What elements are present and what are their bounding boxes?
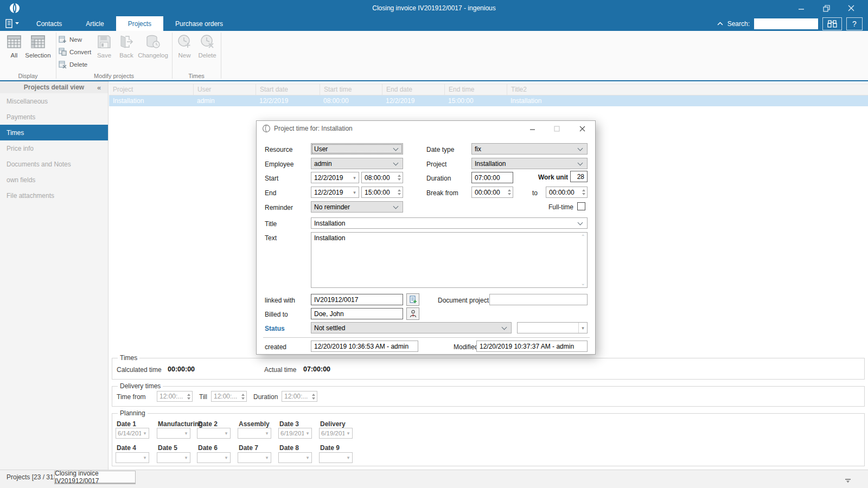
actual-time-label: Actual time	[264, 366, 296, 374]
grid-column-start-time[interactable]: Start time	[320, 84, 382, 95]
date9-picker[interactable]: ▾	[319, 452, 353, 463]
sidebar-item-payments[interactable]: Payments	[0, 109, 108, 125]
ribbon-collapse-chevron-icon[interactable]	[717, 22, 723, 25]
grid-cell-start-time: 08:00:00	[320, 95, 382, 106]
end-time-spinner[interactable]: 15:00:00	[361, 187, 403, 198]
work-unit-input[interactable]: 28	[570, 171, 588, 182]
end-label: End	[265, 189, 276, 197]
text-textarea[interactable]: Installation ⌃ ⌄	[311, 232, 588, 288]
grid-column-user[interactable]: User	[193, 84, 256, 95]
till-label: Till	[199, 393, 207, 401]
grid-cell-end-time: 15:00:00	[444, 95, 507, 106]
tab-closing-invoice[interactable]: Closing invoice IV201912/0017	[54, 471, 136, 484]
delivery-times-caption: Delivery times	[118, 382, 163, 390]
tab-projects[interactable]: Projects	[116, 16, 163, 31]
tab-article[interactable]: Article	[74, 16, 116, 31]
ribbon-delete-button[interactable]: Delete	[59, 59, 87, 69]
reminder-combobox[interactable]: No reminder	[311, 201, 403, 213]
ribbon-all-button[interactable]: All	[2, 34, 26, 69]
sidebar-item-miscellaneous[interactable]: Miscellaneous	[0, 93, 108, 109]
ribbon-save-button[interactable]: Save	[92, 34, 116, 69]
ribbon-times-new-button[interactable]: New	[174, 34, 195, 69]
date5-picker[interactable]: ▾	[157, 452, 190, 463]
select-document-button[interactable]	[406, 293, 419, 306]
ribbon-back-button[interactable]: Back	[114, 34, 138, 69]
manufacturing-picker[interactable]: ▾	[157, 428, 190, 439]
project-combobox[interactable]: Installation	[471, 158, 588, 169]
menu-bar: Contacts Article Projects Purchase order…	[0, 16, 868, 31]
sidebar-item-price-info[interactable]: Price info	[0, 140, 108, 156]
date7-label: Date 7	[239, 444, 258, 452]
linked-with-input[interactable]: IV201912/0017	[311, 294, 403, 305]
delivery-duration-spinner[interactable]: 12:00:...	[282, 391, 317, 402]
select-contact-button[interactable]	[406, 307, 419, 320]
dialog-minimize-button[interactable]	[524, 121, 541, 136]
duration-input[interactable]: 07:00:00	[471, 172, 513, 183]
title-bar: Closing invoice IV201912/0017 - ingeniou…	[0, 0, 868, 16]
grid-column-start-date[interactable]: Start date	[256, 84, 320, 95]
minimize-button[interactable]	[789, 0, 814, 16]
till-spinner[interactable]: 12:00:...	[211, 391, 247, 402]
grid-column-end-date[interactable]: End date	[382, 84, 444, 95]
sidebar-item-file-attachments[interactable]: File attachments	[0, 188, 108, 203]
ribbon-times-delete-button[interactable]: Delete	[195, 34, 220, 69]
tab-projects-list[interactable]: Projects [23 / 313]	[7, 473, 59, 481]
ribbon-group-caption-modify-projects: Modify projects	[56, 73, 172, 79]
employee-combobox[interactable]: admin	[311, 158, 403, 169]
restore-button[interactable]	[814, 0, 839, 16]
date7-picker[interactable]: ▾	[238, 452, 271, 463]
times-panel-caption: Times	[118, 354, 139, 362]
search-input[interactable]	[754, 18, 818, 29]
document-project-input[interactable]	[489, 294, 588, 305]
close-button[interactable]	[839, 0, 864, 16]
ribbon-selection-button[interactable]: Selection	[24, 34, 52, 69]
break-from-spinner[interactable]: 00:00:00	[471, 187, 513, 198]
sidebar-item-own-fields[interactable]: own fields	[0, 172, 108, 188]
dialog-title-bar[interactable]: Project time for: Installation	[257, 121, 595, 136]
date6-picker[interactable]: ▾	[197, 452, 231, 463]
break-to-spinner[interactable]: 00:00:00	[546, 187, 588, 198]
title-combobox[interactable]: Installation	[311, 217, 588, 229]
grid-row-selected[interactable]: Installation admin 12/2/2019 08:00:00 12…	[109, 95, 868, 106]
status-secondary-combobox[interactable]: ▾	[517, 322, 588, 333]
tab-purchase-orders[interactable]: Purchase orders	[163, 16, 235, 31]
start-date-picker[interactable]: 12/2/2019▾	[311, 172, 359, 183]
billed-to-input[interactable]: Doe, John	[311, 308, 403, 319]
application-menu-button[interactable]	[0, 16, 24, 31]
grid-column-title2[interactable]: Title2	[507, 84, 868, 95]
ribbon-convert-button[interactable]: Convert	[59, 47, 91, 57]
dropdown-arrow-icon: ▾	[350, 172, 359, 183]
break-from-label: Break from	[426, 189, 458, 197]
date4-picker[interactable]: ▾	[116, 452, 149, 463]
help-button[interactable]: ?	[846, 17, 863, 30]
grid-column-end-time[interactable]: End time	[444, 84, 507, 95]
sidebar-item-documents-and-notes[interactable]: Documents and Notes	[0, 156, 108, 172]
filter-dropdown-icon[interactable]	[845, 479, 851, 483]
dialog-maximize-button[interactable]	[548, 121, 565, 136]
ribbon-new-button[interactable]: New	[59, 34, 82, 44]
ribbon-changelog-button[interactable]: Changelog	[137, 34, 169, 69]
grid-column-project[interactable]: Project	[109, 84, 193, 95]
resource-combobox[interactable]: User	[311, 143, 403, 155]
sidebar-collapse-icon[interactable]: «	[97, 84, 108, 92]
date1-picker[interactable]: 6/14/2019▾	[116, 428, 149, 439]
start-time-spinner[interactable]: 08:00:00	[361, 172, 403, 183]
date2-picker[interactable]: ▾	[197, 428, 231, 439]
end-date-picker[interactable]: 12/2/2019▾	[311, 187, 359, 198]
time-from-spinner[interactable]: 12:00:...	[157, 391, 193, 402]
full-time-checkbox[interactable]	[577, 202, 585, 210]
date-type-combobox[interactable]: fix	[471, 143, 588, 155]
ribbon-group-caption-display: Display	[0, 73, 56, 79]
modified-value: 12/20/2019 10:37:37 AM - admin	[476, 341, 588, 352]
status-combobox[interactable]: Not settled	[311, 322, 512, 333]
sidebar-item-times[interactable]: Times	[0, 125, 108, 140]
assembly-picker[interactable]: ▾	[238, 428, 271, 439]
dialog-close-button[interactable]	[573, 121, 591, 136]
date3-picker[interactable]: 6/19/2019▾	[278, 428, 312, 439]
document-add-icon	[409, 296, 417, 304]
date8-picker[interactable]: ▾	[278, 452, 312, 463]
delivery-picker[interactable]: 6/19/2019▾	[319, 428, 353, 439]
search-button[interactable]	[822, 17, 842, 30]
dropdown-arrow-icon: ▾	[350, 187, 359, 197]
tab-contacts[interactable]: Contacts	[24, 16, 74, 31]
